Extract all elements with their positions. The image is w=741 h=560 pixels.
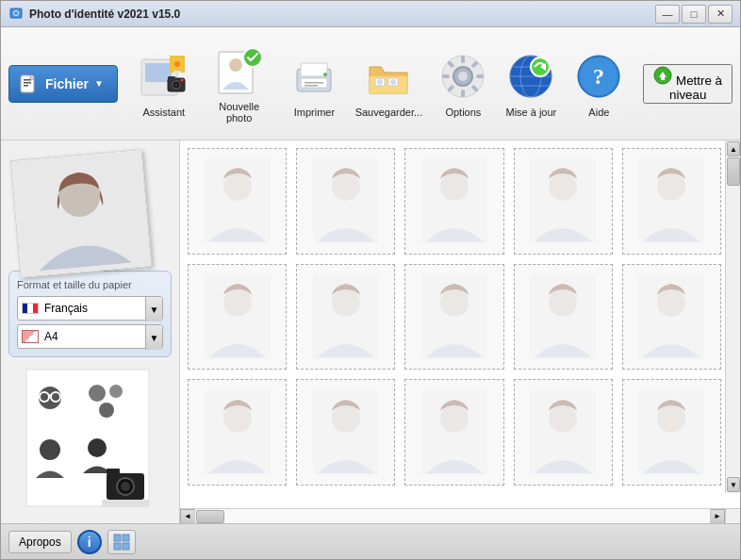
nouvelle-photo-label: Nouvelle photo <box>206 101 272 124</box>
svg-rect-31 <box>461 56 465 63</box>
scroll-up-arrow[interactable]: ▲ <box>727 141 740 156</box>
svg-rect-6 <box>24 85 28 87</box>
horizontal-scrollbar: ◄ ► <box>180 508 740 523</box>
options-button[interactable]: Options <box>430 46 496 122</box>
photo-cell <box>622 264 721 371</box>
apropos-button[interactable]: Apropos <box>8 531 72 553</box>
maximize-button[interactable]: □ <box>682 5 706 24</box>
scroll-track-h <box>195 509 710 524</box>
main-content: Format et taille du papier Français ▼ A4 <box>1 140 740 523</box>
svg-rect-66 <box>102 500 149 507</box>
paper-size-select[interactable]: A4 ▼ <box>17 324 163 349</box>
svg-rect-19 <box>301 63 327 76</box>
nouvelle-photo-icon <box>213 44 266 97</box>
format-section-title: Format et taille du papier <box>17 279 163 290</box>
svg-rect-98 <box>123 535 129 541</box>
upgrade-icon <box>653 66 672 85</box>
photo-cell <box>188 148 287 255</box>
mise-a-jour-label: Mise à jour <box>505 107 556 118</box>
paper-icon <box>22 330 39 343</box>
photo-cell <box>622 379 721 486</box>
svg-rect-5 <box>24 82 31 84</box>
info-button[interactable]: i <box>77 530 102 554</box>
svg-rect-65 <box>107 469 120 474</box>
nouvelle-photo-button[interactable]: Nouvelle photo <box>199 41 280 127</box>
svg-point-82 <box>440 288 469 317</box>
window-title: Photo d'identité v2021 v15.0 <box>29 8 655 21</box>
photo-cell <box>514 148 613 255</box>
aide-icon: ? <box>572 50 625 103</box>
svg-point-90 <box>332 404 360 433</box>
svg-point-64 <box>121 482 130 491</box>
collage-preview <box>20 365 161 516</box>
photo-grid-area: ▲ ▼ ◄ ► <box>180 140 740 523</box>
svg-rect-50 <box>661 77 665 80</box>
fichier-button[interactable]: Fichier ▼ <box>8 65 118 103</box>
svg-text:?: ? <box>593 64 604 89</box>
sauvegarder-icon <box>362 50 415 103</box>
svg-point-9 <box>174 61 180 67</box>
scrollbar-thumb-h[interactable] <box>196 510 224 523</box>
photo-cell <box>404 264 503 371</box>
svg-rect-33 <box>476 74 484 78</box>
svg-point-30 <box>458 72 468 81</box>
svg-point-60 <box>40 439 60 460</box>
mettre-a-niveau-button[interactable]: Mettre à niveau <box>643 64 733 104</box>
fichier-icon <box>19 74 40 94</box>
svg-point-58 <box>109 385 123 398</box>
imprimer-button[interactable]: Imprimer <box>281 46 347 122</box>
svg-point-72 <box>440 173 469 201</box>
photo-cell <box>296 148 395 255</box>
photo-cell <box>622 148 721 255</box>
format-section: Format et taille du papier Français ▼ A4 <box>8 271 172 357</box>
scroll-right-arrow[interactable]: ► <box>710 509 725 524</box>
svg-rect-37 <box>442 74 450 78</box>
svg-point-92 <box>440 404 469 433</box>
photo-cell <box>514 264 613 371</box>
flag-fr <box>22 303 39 314</box>
scrollbar-thumb-v[interactable] <box>727 157 740 186</box>
svg-point-2 <box>14 11 18 15</box>
svg-point-80 <box>332 288 360 317</box>
svg-rect-21 <box>305 82 323 84</box>
photo-cell <box>404 379 503 486</box>
svg-point-74 <box>549 173 577 201</box>
options-icon <box>436 50 489 103</box>
vertical-scrollbar[interactable]: ▲ ▼ <box>725 140 740 493</box>
scroll-left-arrow[interactable]: ◄ <box>180 509 195 524</box>
language-select[interactable]: Français ▼ <box>17 296 163 321</box>
svg-point-88 <box>223 404 252 433</box>
sauvegarder-label: Sauvegarder... <box>355 107 423 118</box>
svg-point-61 <box>88 438 107 457</box>
minimize-button[interactable]: — <box>655 5 680 24</box>
photo-grid <box>180 140 740 493</box>
language-select-value: Français <box>44 302 143 315</box>
mise-a-jour-button[interactable]: Mise à jour <box>498 46 564 122</box>
svg-rect-100 <box>123 543 129 550</box>
app-icon <box>8 7 24 22</box>
svg-rect-99 <box>114 543 121 550</box>
scroll-down-arrow[interactable]: ▼ <box>727 477 740 492</box>
mettre-a-niveau-label: Mettre à niveau <box>669 74 722 102</box>
svg-point-86 <box>657 288 685 317</box>
info-label: i <box>88 535 91 550</box>
main-window: Photo d'identité v2021 v15.0 — □ ✕ Fichi… <box>0 0 741 560</box>
close-button[interactable]: ✕ <box>708 5 733 24</box>
svg-point-57 <box>89 385 106 402</box>
aide-button[interactable]: ? Aide <box>566 46 632 122</box>
imprimer-label: Imprimer <box>294 107 335 118</box>
svg-point-68 <box>223 173 252 201</box>
svg-point-27 <box>390 79 396 85</box>
svg-point-54 <box>39 387 61 409</box>
sauvegarder-button[interactable]: Sauvegarder... <box>349 46 428 122</box>
toolbar-items: Assistant Nouvelle photo <box>131 41 633 127</box>
scroll-corner <box>725 509 740 524</box>
photos-grid-button[interactable] <box>107 530 136 554</box>
toolbar-right: Mettre à niveau <box>643 64 733 104</box>
svg-rect-13 <box>168 76 175 79</box>
fichier-label: Fichier <box>45 76 89 91</box>
language-dropdown-arrow: ▼ <box>145 297 162 321</box>
svg-point-14 <box>180 78 183 81</box>
svg-point-84 <box>549 288 577 317</box>
assistant-button[interactable]: Assistant <box>131 46 197 122</box>
